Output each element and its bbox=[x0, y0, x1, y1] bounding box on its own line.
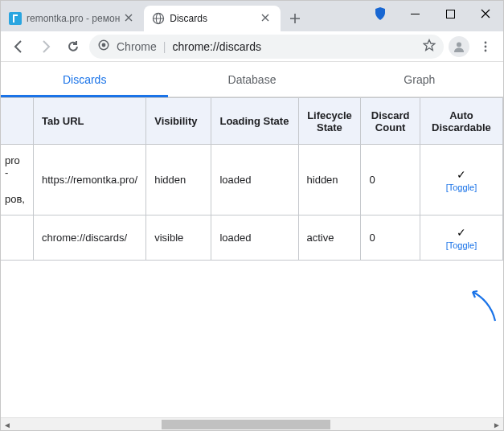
window-controls bbox=[368, 1, 503, 27]
col-header-discard-count[interactable]: Discard Count bbox=[361, 98, 420, 145]
table-row: pro - ров, https://remontka.pro/ hidden … bbox=[1, 145, 503, 216]
favicon-remontka bbox=[9, 12, 22, 25]
toggle-link[interactable]: [Toggle] bbox=[446, 240, 477, 250]
tab-discards[interactable]: Discards bbox=[1, 62, 168, 96]
close-icon[interactable] bbox=[261, 13, 272, 24]
scrollbar-thumb[interactable] bbox=[162, 420, 330, 429]
browser-window: remontka.pro - ремон Discards bbox=[0, 0, 504, 431]
tab-database[interactable]: Database bbox=[168, 62, 335, 96]
tab-graph[interactable]: Graph bbox=[336, 62, 503, 96]
col-header-visibility[interactable]: Visibility bbox=[146, 98, 211, 145]
table-header-row: Tab URL Visibility Loading State Lifecyc… bbox=[1, 98, 503, 145]
bookmark-star-icon[interactable] bbox=[423, 39, 436, 54]
checkmark-icon: ✓ bbox=[457, 168, 466, 181]
svg-point-10 bbox=[102, 43, 106, 47]
reload-button[interactable] bbox=[62, 35, 84, 58]
cell-truncated bbox=[1, 216, 33, 261]
address-bar[interactable]: Chrome | chrome://discards bbox=[89, 35, 444, 59]
col-header-lifecycle-state[interactable]: Lifecycle State bbox=[298, 98, 361, 145]
toolbar: Chrome | chrome://discards bbox=[1, 31, 503, 62]
url-scheme-label: Chrome bbox=[117, 40, 157, 53]
table-row: chrome://discards/ visible loaded active… bbox=[1, 216, 503, 261]
tab-title: remontka.pro - ремон bbox=[27, 13, 120, 24]
cell-auto-discardable: ✓ [Toggle] bbox=[420, 145, 502, 216]
svg-point-14 bbox=[485, 49, 487, 51]
profile-avatar[interactable] bbox=[449, 36, 469, 57]
col-header-truncated bbox=[1, 98, 33, 145]
url-text: chrome://discards bbox=[172, 40, 416, 53]
tab-title: Discards bbox=[170, 13, 256, 24]
extension-shield-icon[interactable] bbox=[368, 2, 392, 26]
browser-tab-discards[interactable]: Discards bbox=[144, 6, 281, 31]
cell-loading: loaded bbox=[211, 145, 298, 216]
svg-rect-2 bbox=[13, 14, 18, 16]
scroll-viewport[interactable]: Tab URL Visibility Loading State Lifecyc… bbox=[1, 97, 503, 417]
tab-strip: remontka.pro - ремон Discards bbox=[1, 1, 503, 31]
cell-discard-count: 0 bbox=[361, 216, 420, 261]
close-icon[interactable] bbox=[125, 13, 136, 24]
col-header-loading-state[interactable]: Loading State bbox=[211, 98, 298, 145]
svg-point-13 bbox=[485, 45, 487, 47]
cell-visibility: visible bbox=[146, 216, 211, 261]
svg-point-12 bbox=[485, 41, 487, 43]
scroll-left-arrow-icon[interactable]: ◄ bbox=[1, 418, 14, 431]
cell-auto-discardable: ✓ [Toggle] bbox=[420, 216, 502, 261]
cell-lifecycle: active bbox=[298, 216, 361, 261]
col-header-auto-discardable[interactable]: Auto Discardable bbox=[420, 98, 502, 145]
cell-url: chrome://discards/ bbox=[33, 216, 145, 261]
checkmark-icon: ✓ bbox=[457, 226, 466, 239]
cell-lifecycle: hidden bbox=[298, 145, 361, 216]
url-separator: | bbox=[163, 40, 166, 53]
discards-table: Tab URL Visibility Loading State Lifecyc… bbox=[1, 97, 503, 261]
kebab-menu-icon[interactable] bbox=[474, 35, 497, 58]
favicon-globe-icon bbox=[152, 12, 165, 25]
page-tab-bar: Discards Database Graph bbox=[1, 62, 503, 97]
horizontal-scrollbar[interactable]: ◄ ► bbox=[1, 417, 503, 430]
cell-visibility: hidden bbox=[146, 145, 211, 216]
maximize-button[interactable] bbox=[432, 2, 468, 26]
svg-point-11 bbox=[457, 42, 461, 47]
toggle-link[interactable]: [Toggle] bbox=[446, 183, 477, 192]
close-window-button[interactable] bbox=[468, 2, 503, 26]
col-header-tab-url[interactable]: Tab URL bbox=[33, 98, 145, 145]
minimize-button[interactable] bbox=[397, 2, 432, 26]
svg-rect-7 bbox=[446, 10, 454, 18]
cell-discard-count: 0 bbox=[361, 145, 420, 216]
cell-truncated: pro - ров, bbox=[1, 145, 33, 216]
scroll-right-arrow-icon[interactable]: ► bbox=[490, 418, 503, 431]
new-tab-button[interactable] bbox=[284, 7, 306, 30]
back-button[interactable] bbox=[7, 35, 30, 58]
content-area: Tab URL Visibility Loading State Lifecyc… bbox=[1, 97, 503, 417]
cell-url: https://remontka.pro/ bbox=[33, 145, 145, 216]
cell-loading: loaded bbox=[211, 216, 298, 261]
svg-rect-0 bbox=[9, 12, 22, 25]
site-info-icon[interactable] bbox=[97, 39, 110, 54]
browser-tab-remontka[interactable]: remontka.pro - ремон bbox=[1, 6, 144, 31]
forward-button[interactable] bbox=[35, 35, 57, 58]
